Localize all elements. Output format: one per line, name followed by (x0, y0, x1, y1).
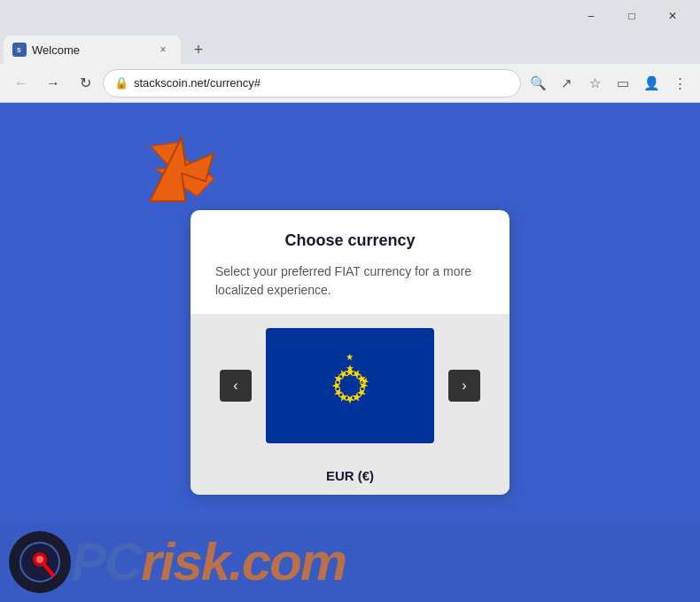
share-button[interactable]: ↗ (553, 70, 579, 97)
svg-point-22 (36, 556, 43, 563)
bookmark-button[interactable]: ☆ (581, 70, 608, 97)
close-button[interactable]: ✕ (652, 2, 693, 30)
browser-window: – □ ✕ S Welcome × + ← (0, 0, 700, 602)
toolbar-actions: 🔍 ↗ ☆ ▭ 👤 ⋮ (525, 70, 693, 97)
watermark: PCrisk.com (0, 522, 700, 602)
card-body: ‹ (191, 314, 509, 457)
sidebar-button[interactable]: ▭ (610, 70, 636, 97)
forward-button[interactable]: → (39, 69, 67, 98)
menu-button[interactable]: ⋮ (666, 70, 693, 97)
tab-title: Welcome (32, 43, 149, 57)
card-description: Select your preferred FIAT currency for … (215, 262, 485, 300)
address-bar[interactable]: 🔒 stackscoin.net/currency# (103, 69, 521, 98)
currency-card: Choose currency Select your preferred FI… (191, 210, 509, 495)
card-footer: EUR (€) (191, 457, 509, 495)
lock-icon: 🔒 (114, 76, 128, 90)
next-button[interactable]: › (448, 370, 480, 402)
arrow-annotation (142, 129, 222, 209)
tab-bar: S Welcome × + (0, 32, 700, 64)
watermark-text: PCrisk.com (71, 536, 346, 589)
svg-marker-3 (150, 137, 214, 201)
card-title: Choose currency (215, 231, 485, 250)
eu-flag-container (266, 328, 434, 443)
eu-flag (292, 346, 408, 426)
tab-close-button[interactable]: × (154, 41, 172, 59)
toolbar: ← → ↻ 🔒 stackscoin.net/currency# 🔍 ↗ ☆ ▭… (0, 64, 700, 103)
page-content: Choose currency Select your preferred FI… (0, 103, 700, 602)
currency-label: EUR (€) (326, 468, 374, 483)
minimize-button[interactable]: – (571, 2, 611, 30)
profile-button[interactable]: 👤 (638, 70, 665, 97)
prev-button[interactable]: ‹ (220, 370, 252, 402)
svg-text:S: S (17, 47, 21, 53)
card-header: Choose currency Select your preferred FI… (191, 210, 509, 314)
active-tab[interactable]: S Welcome × (4, 35, 181, 64)
title-bar: – □ ✕ (0, 0, 700, 32)
window-controls: – □ ✕ (571, 2, 693, 30)
search-button[interactable]: 🔍 (525, 70, 551, 97)
tab-favicon: S (12, 43, 27, 57)
reload-button[interactable]: ↻ (71, 69, 99, 98)
url-text: stackscoin.net/currency# (134, 76, 509, 90)
maximize-button[interactable]: □ (611, 2, 652, 30)
new-tab-button[interactable]: + (184, 35, 213, 64)
back-button[interactable]: ← (7, 69, 35, 98)
watermark-icon (9, 531, 71, 593)
